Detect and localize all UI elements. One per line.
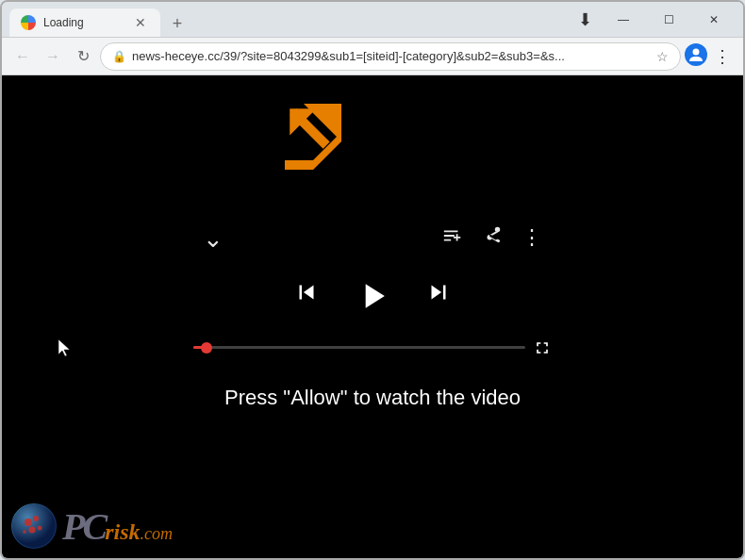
tab-favicon [21, 15, 36, 30]
profile-icon[interactable] [685, 43, 707, 66]
fullscreen-button[interactable] [533, 338, 552, 357]
refresh-button[interactable]: ↻ [70, 43, 96, 70]
share-icon[interactable] [482, 225, 503, 252]
toolbar-icons: ⋮ [685, 43, 736, 70]
menu-button[interactable]: ⋮ [709, 43, 736, 70]
chevron-down-icon[interactable]: ⌄ [203, 224, 224, 254]
bookmark-star-icon[interactable]: ☆ [656, 49, 669, 64]
arrow-svg [275, 94, 351, 170]
tab-close-button[interactable]: ✕ [132, 14, 149, 31]
back-button[interactable]: ← [9, 43, 36, 70]
svg-point-12 [23, 530, 26, 534]
svg-point-11 [38, 526, 42, 531]
pcrisk-text-logo: PC risk .com [62, 504, 173, 549]
address-bar[interactable]: 🔒 news-heceye.cc/39/?site=8043299&sub1=[… [100, 42, 681, 71]
svg-point-7 [12, 504, 56, 548]
pcrisk-ball-svg [11, 503, 57, 549]
window-controls: — ☐ ✕ [602, 5, 736, 35]
top-right-icons: ⋮ [442, 225, 542, 252]
pcrisk-ball-icon [11, 503, 57, 549]
title-bar: Loading ✕ + ⬇ — ☐ ✕ [2, 2, 743, 38]
svg-point-0 [693, 48, 700, 55]
svg-point-9 [33, 516, 39, 521]
maximize-button[interactable]: ☐ [647, 5, 690, 35]
downloads-icon[interactable]: ⬇ [571, 7, 598, 33]
active-tab[interactable]: Loading ✕ [9, 8, 160, 37]
new-tab-button[interactable]: + [164, 10, 190, 37]
svg-point-10 [29, 527, 36, 534]
progress-thumb [201, 342, 212, 354]
svg-marker-5 [58, 339, 70, 356]
top-controls: ⌄ ⋮ [184, 224, 561, 254]
mouse-cursor [58, 339, 70, 356]
pcrisk-com-text: .com [140, 524, 173, 544]
toolbar: ← → ↻ 🔒 news-heceye.cc/39/?site=8043299&… [2, 38, 743, 75]
pcrisk-pc-text: PC [62, 504, 105, 549]
tab-strip: Loading ✕ + [9, 2, 560, 37]
allow-text: Press "Allow" to watch the video [224, 386, 521, 410]
playback-controls [292, 272, 453, 320]
pcrisk-risk-text: risk [105, 519, 140, 545]
url-text: news-heceye.cc/39/?site=8043299&sub1=[si… [132, 49, 651, 63]
add-to-queue-icon[interactable] [442, 225, 463, 252]
progress-bar-row [184, 338, 561, 357]
close-button[interactable]: ✕ [692, 5, 736, 35]
play-button[interactable] [349, 272, 396, 320]
skip-back-button[interactable] [292, 278, 321, 313]
minimize-button[interactable]: — [602, 5, 645, 35]
player-ui: ⌄ ⋮ [184, 224, 561, 410]
tab-title: Loading [43, 16, 124, 29]
more-options-icon[interactable]: ⋮ [522, 225, 542, 252]
progress-track[interactable] [193, 346, 525, 349]
content-area: ⌄ ⋮ [2, 75, 743, 558]
svg-point-8 [25, 519, 32, 526]
profile-svg [688, 47, 704, 62]
browser-window: Loading ✕ + ⬇ — ☐ ✕ ← → ↻ 🔒 news-heceye.… [0, 0, 745, 560]
pcrisk-watermark: PC risk .com [11, 503, 173, 549]
cursor-svg [58, 339, 70, 356]
lock-icon: 🔒 [112, 50, 126, 63]
skip-forward-button[interactable] [424, 278, 453, 313]
forward-button[interactable]: → [40, 43, 66, 70]
